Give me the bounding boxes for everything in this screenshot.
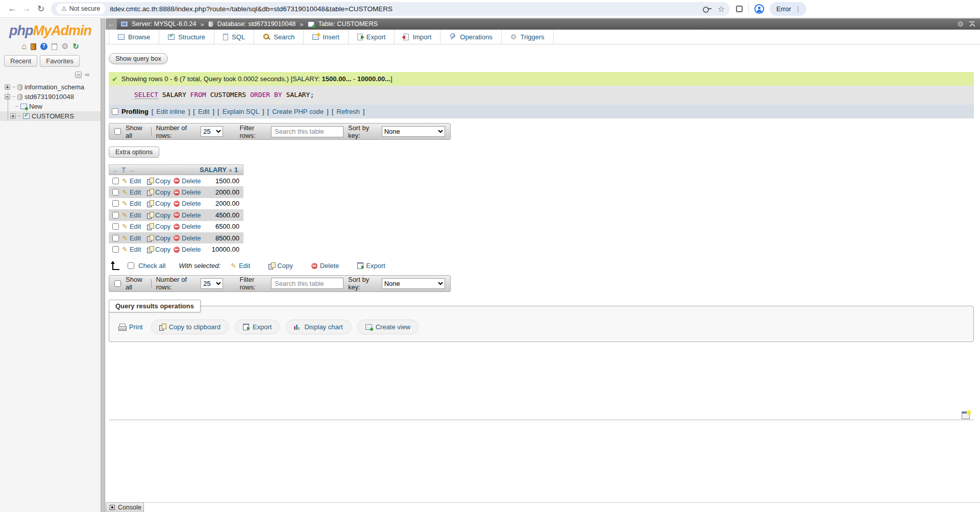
row-delete-link[interactable]: Delete: [174, 211, 204, 219]
show-all-label[interactable]: Show all: [126, 124, 146, 139]
reload-navigation-icon[interactable]: ↻: [72, 42, 79, 51]
extensions-icon[interactable]: [736, 6, 743, 12]
password-key-icon[interactable]: [703, 6, 712, 11]
expand-icon[interactable]: +: [10, 113, 16, 119]
browser-forward-button[interactable]: →: [19, 4, 34, 14]
breadcrumb-table-link[interactable]: Table: CUSTOMERS: [318, 20, 378, 28]
sql-keyword[interactable]: SELECT: [134, 91, 158, 99]
tab-import[interactable]: Import: [395, 30, 440, 44]
filter-rows-input[interactable]: [271, 278, 344, 289]
sidebar-resize-handle[interactable]: [101, 18, 105, 512]
row-copy-link[interactable]: Copy: [147, 234, 174, 242]
browser-back-button[interactable]: ←: [5, 4, 19, 14]
row-edit-link[interactable]: ✎Edit: [122, 246, 147, 253]
with-selected-edit[interactable]: ✎Edit: [231, 262, 250, 270]
documentation-icon[interactable]: [52, 43, 57, 50]
tree-item-label[interactable]: information_schema: [24, 83, 84, 91]
row-delete-link[interactable]: Delete: [174, 188, 204, 196]
check-all-checkbox[interactable]: [128, 262, 134, 269]
refresh-link[interactable]: Refresh: [336, 108, 360, 115]
copy-to-clipboard-button[interactable]: Copy to clipboard: [151, 320, 229, 334]
check-all-label[interactable]: Check all: [138, 262, 165, 270]
with-selected-export[interactable]: Export: [357, 262, 385, 270]
num-rows-select[interactable]: 25: [201, 126, 223, 137]
tab-favorites[interactable]: Favorites: [40, 55, 79, 67]
row-copy-link[interactable]: Copy: [147, 223, 174, 230]
with-selected-copy[interactable]: Copy: [268, 262, 292, 270]
row-edit-link[interactable]: ✎Edit: [122, 200, 147, 207]
bookmark-star-icon[interactable]: ☆: [718, 4, 725, 14]
row-checkbox[interactable]: [112, 212, 119, 218]
breadcrumb-server-link[interactable]: Server: MYSQL-8.0.24: [132, 20, 196, 28]
url-text[interactable]: itdev.cmtc.ac.th:8888/index.php?route=/t…: [110, 5, 393, 13]
security-chip[interactable]: ⚠ Not secure: [56, 4, 105, 14]
scroll-to-top-icon[interactable]: [969, 21, 975, 27]
tab-sql[interactable]: SQL: [214, 30, 254, 44]
row-delete-link[interactable]: Delete: [174, 200, 204, 207]
show-all-checkbox[interactable]: [114, 128, 121, 135]
tab-insert[interactable]: Insert: [304, 30, 349, 44]
row-delete-link[interactable]: Delete: [174, 246, 204, 253]
show-all-label[interactable]: Show all: [126, 276, 146, 291]
with-selected-delete[interactable]: Delete: [311, 262, 339, 270]
row-copy-link[interactable]: Copy: [147, 188, 174, 196]
profile-avatar-icon[interactable]: [754, 4, 764, 14]
tree-item-std67319010048[interactable]: − std67319010048: [0, 92, 101, 102]
row-checkbox[interactable]: [112, 246, 119, 253]
edit-inline-link[interactable]: Edit inline: [156, 108, 185, 115]
browser-menu-icon[interactable]: ⋮: [795, 5, 801, 13]
sort-by-key-select[interactable]: None: [382, 126, 445, 137]
home-icon[interactable]: ⌂: [21, 42, 27, 51]
tab-browse[interactable]: Browse: [109, 30, 159, 44]
address-bar[interactable]: ⚠ Not secure itdev.cmtc.ac.th:8888/index…: [51, 2, 730, 16]
tree-item-information-schema[interactable]: + information_schema: [0, 82, 101, 92]
row-edit-link[interactable]: ✎Edit: [122, 188, 147, 196]
row-copy-link[interactable]: Copy: [147, 200, 174, 207]
row-checkbox[interactable]: [112, 189, 119, 196]
tree-item-customers[interactable]: + CUSTOMERS: [0, 111, 101, 121]
expand-icon[interactable]: +: [5, 84, 10, 90]
row-copy-link[interactable]: Copy: [147, 246, 174, 253]
row-copy-link[interactable]: Copy: [147, 211, 174, 219]
show-query-box-button[interactable]: Show query box: [109, 53, 168, 64]
row-checkbox[interactable]: [112, 178, 119, 184]
breadcrumb-back-button[interactable]: ←: [106, 18, 117, 30]
collapse-all-icon[interactable]: −: [75, 71, 82, 78]
row-edit-link[interactable]: ✎Edit: [122, 177, 147, 185]
left-arrow-icon[interactable]: ←: [112, 166, 119, 174]
console-tab[interactable]: Console: [106, 502, 144, 512]
profile-error-button[interactable]: Error ⋮: [770, 2, 806, 16]
tree-item-label[interactable]: std67319010048: [24, 93, 74, 101]
row-checkbox[interactable]: [112, 235, 119, 241]
export-button[interactable]: Export: [235, 320, 280, 334]
print-button[interactable]: Print: [116, 320, 145, 334]
phpmyadmin-logo[interactable]: phpMyAdmin: [0, 23, 101, 39]
num-rows-select[interactable]: 25: [201, 278, 223, 289]
tab-triggers[interactable]: ⚙Triggers: [502, 30, 554, 44]
row-checkbox[interactable]: [112, 200, 119, 207]
show-all-checkbox[interactable]: [114, 280, 121, 287]
page-settings-gear-icon[interactable]: ⚙: [957, 20, 964, 28]
tee-icon[interactable]: T: [121, 166, 126, 174]
row-delete-link[interactable]: Delete: [174, 177, 204, 185]
tree-item-label[interactable]: CUSTOMERS: [32, 112, 74, 120]
row-delete-link[interactable]: Delete: [174, 223, 204, 230]
row-edit-link[interactable]: ✎Edit: [122, 211, 147, 219]
row-checkbox[interactable]: [112, 223, 119, 230]
column-header-salary[interactable]: SALARY ▴ 1: [200, 165, 243, 175]
create-php-code-link[interactable]: Create PHP code: [272, 108, 324, 115]
logout-icon[interactable]: [31, 43, 36, 50]
row-copy-link[interactable]: Copy: [147, 177, 174, 185]
sort-by-key-select[interactable]: None: [382, 278, 445, 289]
edit-link[interactable]: Edit: [198, 108, 209, 115]
create-view-button[interactable]: Create view: [357, 320, 419, 334]
profiling-checkbox[interactable]: [112, 108, 118, 115]
row-edit-link[interactable]: ✎Edit: [122, 234, 147, 242]
browser-refresh-button[interactable]: ↻: [34, 4, 48, 14]
filter-rows-input[interactable]: [271, 126, 344, 137]
tree-item-label[interactable]: New: [29, 103, 42, 110]
open-new-window-icon[interactable]: [962, 411, 970, 419]
breadcrumb-database-link[interactable]: Database: std67319010048: [217, 20, 296, 28]
tab-search[interactable]: Search: [254, 30, 304, 44]
display-chart-button[interactable]: Display chart: [286, 320, 351, 334]
